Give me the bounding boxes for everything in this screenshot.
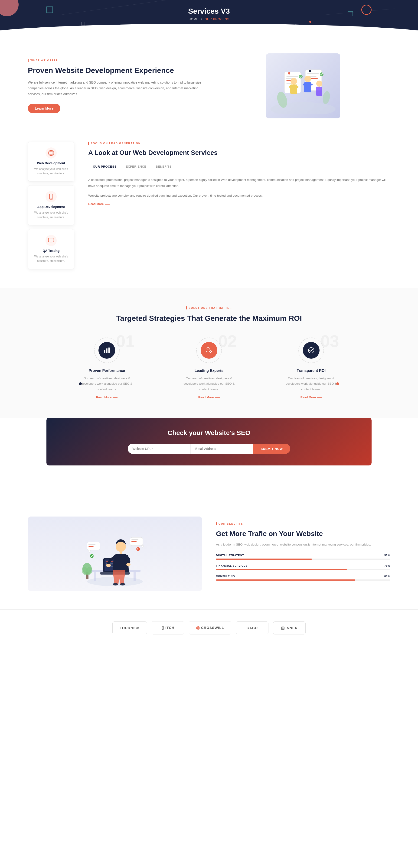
svg-point-25 (320, 72, 324, 76)
svg-text:!: ! (137, 548, 138, 551)
progress-consulting: CONSULTING 80% (216, 575, 390, 581)
section-partners: LOUDNICK ITCH CROSSWILL GABO (0, 610, 418, 646)
svg-rect-49 (133, 572, 136, 581)
svg-rect-8 (307, 73, 319, 74)
header: Services V3 HOME / OUR PROCESS (0, 0, 418, 35)
svg-marker-66 (88, 550, 91, 553)
offer-description: We are full-service Internet marketing a… (28, 80, 202, 97)
svg-rect-31 (50, 194, 53, 199)
progress-value-1: 55% (384, 554, 390, 557)
monitor-icon (48, 237, 54, 244)
partner-logo-inner: INNER (273, 621, 306, 634)
svg-rect-18 (303, 84, 306, 86)
svg-point-39 (207, 347, 209, 350)
progress-bar-fill-3 (216, 580, 355, 581)
inner-icon (281, 626, 285, 630)
tab-content-p1: A dedicated, professional project manage… (88, 177, 390, 189)
deco-dot-dark-1 (79, 382, 82, 385)
partner-name-crosswill: CROSSWILL (196, 626, 224, 629)
svg-rect-19 (309, 84, 312, 86)
progress-label-text-3: CONSULTING (216, 575, 235, 578)
mobile-icon (48, 193, 54, 200)
deco-dot-1 (309, 21, 311, 23)
learn-more-button[interactable]: Learn More (28, 104, 60, 113)
partner-name-pitch: ITCH (161, 626, 174, 629)
tab-our-process[interactable]: OUR PROCESS (88, 162, 121, 171)
progress-label-3: CONSULTING 80% (216, 575, 390, 578)
strategy-title-3: Transparent ROI (281, 369, 341, 373)
strategy-desc-2: Our team of creatives, designers & devel… (179, 376, 239, 392)
strategy-read-more-2[interactable]: Read More (179, 396, 239, 399)
strategy-read-more-1[interactable]: Read More (77, 396, 137, 399)
strategy-icon-1 (77, 338, 137, 363)
benefits-text-block: OUR BENEFITS Get More Trafic on Your Web… (216, 522, 390, 585)
svg-rect-2 (286, 76, 298, 76)
services-read-more[interactable]: Read More (88, 202, 390, 206)
partner-name-loudnick: LOUDNICK (120, 626, 140, 630)
app-dev-title: App Development (37, 205, 65, 209)
strategy-item-2: 02 Leadin (179, 338, 239, 399)
deco-connector-1 (151, 338, 165, 399)
seo-email-input[interactable] (190, 444, 253, 454)
offer-heading: Proven Website Development Experience (28, 66, 202, 75)
seo-submit-button[interactable]: SUBMIT NOW (253, 444, 290, 454)
bar-chart-icon (103, 347, 111, 354)
progress-label-text-1: DIGITAL STRATEGY (216, 554, 244, 557)
qa-title: QA Testing (42, 249, 59, 253)
qa-icon (46, 235, 57, 246)
strategy-read-more-3[interactable]: Read More (281, 396, 341, 399)
breadcrumb-separator: / (201, 18, 202, 21)
services-detail: FOCUS ON LEAD GENERATION A Look at Our W… (88, 142, 390, 206)
strategy-item-1: 01 Proven Performance Our team of creati… (77, 338, 137, 399)
tab-experience[interactable]: EXPERIENCE (121, 162, 151, 171)
deco-dot-orange-1 (336, 382, 339, 385)
services-tag: FOCUS ON LEAD GENERATION (88, 142, 390, 145)
partner-logo-crosswill: CROSSWILL (189, 621, 231, 634)
svg-point-23 (322, 91, 331, 104)
svg-rect-37 (106, 348, 107, 353)
benefit-illus-box: ! (28, 517, 202, 591)
service-card-web-dev: Web Development We analyze your web site… (28, 142, 74, 182)
service-cards-grid: Web Development We analyze your web site… (28, 142, 74, 269)
svg-point-11 (309, 70, 311, 72)
benefits-illustration: ! (28, 517, 202, 591)
section-what-we-offer: WHAT WE OFFER Proven Website Development… (0, 35, 418, 132)
partner-logo-loudnick: LOUDNICK (112, 621, 147, 634)
offer-svg (271, 58, 335, 114)
globe-icon (48, 150, 54, 156)
seo-heading: Check your Website's SEO (56, 429, 362, 437)
service-card-qa: QA Testing We analyze your web site's st… (28, 229, 74, 269)
deco-connector-2 (253, 338, 267, 399)
deco-square-3 (81, 22, 85, 26)
strategy-icon-3 (281, 338, 341, 363)
svg-point-12 (291, 78, 297, 85)
benefits-svg: ! (80, 519, 150, 588)
svg-rect-69 (131, 541, 137, 542)
page-title: Services V3 (0, 7, 418, 16)
benefits-tag: OUR BENEFITS (216, 522, 390, 525)
tab-benefits[interactable]: BENEFITS (151, 162, 176, 171)
circle-inner-2 (201, 342, 217, 359)
svg-rect-84 (282, 627, 283, 629)
progress-bar-bg-2 (216, 569, 390, 570)
offer-text-block: WHAT WE OFFER Proven Website Development… (28, 59, 202, 113)
section-benefits: ! OUR BENEFITS Get More Trafic on Your W… (0, 503, 418, 610)
web-dev-desc: We analyze your web site's structure, ar… (34, 167, 68, 176)
deco-line-connector-1 (151, 359, 165, 360)
deco-line-connector-2 (253, 359, 267, 360)
breadcrumb-current: OUR PROCESS (205, 18, 230, 21)
services-heading: A Look at Our Web Development Services (88, 149, 390, 157)
user-cog-icon (205, 347, 213, 354)
service-card-app-dev: App Development We analyze your web site… (28, 185, 74, 225)
svg-marker-70 (142, 546, 144, 548)
section-seo: Check your Website's SEO SUBMIT NOW (47, 417, 371, 465)
strategy-item-3: 03 Transparent ROI Our team of creatives… (281, 338, 341, 399)
svg-rect-64 (88, 544, 95, 545)
strategy-title-2: Leading Experts (179, 369, 239, 373)
svg-rect-14 (289, 86, 293, 88)
seo-url-input[interactable] (128, 444, 190, 454)
svg-rect-21 (316, 87, 322, 96)
crosswill-icon (196, 626, 200, 630)
partner-logo-pitch: ITCH (152, 621, 184, 634)
svg-point-62 (120, 583, 125, 586)
